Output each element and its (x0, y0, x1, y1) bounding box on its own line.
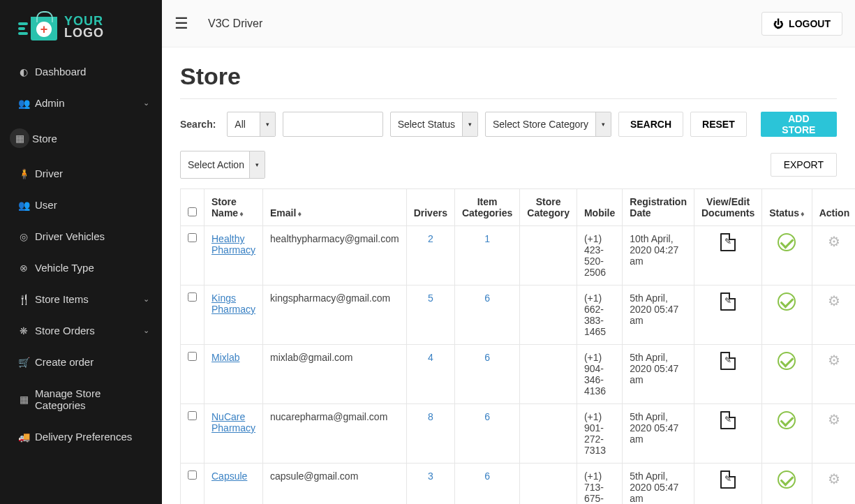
sidebar-item-label: Driver (35, 168, 149, 179)
reg-date-cell: 5th April, 2020 05:47 am (623, 404, 694, 464)
driver-icon: 🧍 (13, 168, 35, 179)
table-row: Capsulecapsule@gmail.com36(+1) 713-675-5… (181, 464, 856, 505)
drivers-link[interactable]: 3 (428, 470, 433, 482)
item-categories-link[interactable]: 1 (484, 233, 490, 244)
status-ok-icon[interactable] (778, 470, 796, 489)
row-checkbox[interactable] (188, 411, 197, 420)
main: ☰ V3C Driver ⏻ LOGOUT Store Search: All▾… (162, 0, 855, 504)
sidebar-item-create-order[interactable]: 🛒Create order (0, 346, 162, 378)
edit-documents-icon[interactable] (720, 233, 736, 251)
item-categories-link[interactable]: 6 (484, 470, 490, 482)
sidebar-item-label: Store Orders (35, 325, 143, 336)
logo[interactable]: + YOUR LOGO (0, 0, 162, 52)
edit-documents-icon[interactable] (720, 292, 736, 311)
drivers-link[interactable]: 2 (428, 233, 433, 244)
sidebar-item-store-items[interactable]: 🍴Store Items⌄ (0, 283, 162, 315)
col-status[interactable]: Status♦ (762, 189, 812, 226)
mobile-cell: (+1) 901-272-7313 (577, 404, 622, 464)
bulk-action-select[interactable]: Select Action▾ (180, 151, 265, 179)
sidebar-item-delivery-preferences[interactable]: 🚚Delivery Preferences (0, 421, 162, 452)
drivers-link[interactable]: 5 (428, 292, 433, 304)
col-store-category: Store Category (520, 189, 577, 226)
sidebar-item-label: User (35, 199, 149, 211)
sidebar-item-vehicle-type[interactable]: ⊗Vehicle Type (0, 252, 162, 283)
add-store-button[interactable]: ADD STORE (761, 112, 837, 137)
categories-icon: ▦ (13, 394, 35, 405)
gear-icon[interactable]: ⚙ (828, 292, 840, 309)
drivers-link[interactable]: 8 (428, 411, 433, 422)
status-ok-icon[interactable] (778, 352, 796, 370)
chevron-down-icon: ⌄ (143, 295, 149, 304)
sidebar-item-driver[interactable]: 🧍Driver (0, 158, 162, 189)
search-label: Search: (180, 119, 216, 130)
sidebar-item-manage-store-categories[interactable]: ▦Manage Store Categories (0, 378, 162, 421)
search-button[interactable]: SEARCH (618, 112, 683, 137)
sidebar-item-store[interactable]: ▦Store (0, 119, 162, 158)
status-select[interactable]: Select Status▾ (390, 112, 478, 137)
sidebar-item-driver-vehicles[interactable]: ◎Driver Vehicles (0, 221, 162, 252)
store-category-cell (520, 404, 577, 464)
sidebar-item-label: Store Items (35, 293, 143, 305)
store-category-cell (520, 226, 577, 286)
select-all-checkbox[interactable] (188, 207, 197, 216)
search-input[interactable] (283, 112, 382, 137)
edit-documents-icon[interactable] (720, 470, 736, 489)
filter-all-select[interactable]: All▾ (227, 112, 276, 137)
logout-button[interactable]: ⏻ LOGOUT (761, 12, 842, 36)
status-ok-icon[interactable] (778, 292, 796, 311)
export-button[interactable]: EXPORT (771, 153, 837, 177)
sidebar: + YOUR LOGO ◐Dashboard👥Admin⌄▦Store🧍Driv… (0, 0, 162, 504)
stores-table: Store Name♦ Email♦ Drivers Item Categori… (180, 188, 855, 504)
store-email: capsule@gmail.com (263, 464, 407, 505)
row-checkbox[interactable] (188, 470, 197, 480)
store-name-link[interactable]: Mixlab (211, 352, 239, 363)
filter-bar: Search: All▾ Select Status▾ Select Store… (180, 112, 837, 137)
store-name-link[interactable]: NuCare Pharmacy (211, 411, 255, 433)
status-ok-icon[interactable] (778, 411, 796, 429)
power-icon: ⏻ (773, 18, 783, 29)
truck-icon: 🚚 (13, 431, 35, 443)
status-ok-icon[interactable] (778, 233, 796, 251)
store-name-link[interactable]: Capsule (211, 470, 247, 482)
action-bar: Select Action▾ EXPORT (180, 151, 837, 179)
sidebar-item-user[interactable]: 👥User (0, 189, 162, 221)
store-email: healthypharmacy@gmail.com (263, 226, 407, 286)
chevron-down-icon: ⌄ (143, 98, 149, 108)
mobile-cell: (+1) 423-520-2506 (577, 226, 622, 286)
gear-icon[interactable]: ⚙ (828, 233, 840, 250)
mobile-cell: (+1) 662-383-1465 (577, 286, 622, 345)
sidebar-item-label: Delivery Preferences (35, 431, 149, 443)
col-store-name[interactable]: Store Name♦ (205, 189, 263, 226)
row-checkbox[interactable] (188, 352, 197, 361)
store-name-link[interactable]: Kings Pharmacy (211, 292, 255, 315)
admin-icon: 👥 (13, 98, 35, 109)
store-icon: ▦ (10, 133, 29, 144)
sidebar-item-dashboard[interactable]: ◐Dashboard (0, 56, 162, 87)
col-reg-date: Registration Date (623, 189, 694, 226)
store-name-link[interactable]: Healthy Pharmacy (211, 233, 255, 255)
edit-documents-icon[interactable] (720, 352, 736, 370)
menu-toggle-icon[interactable]: ☰ (174, 15, 188, 33)
item-categories-link[interactable]: 6 (484, 292, 490, 304)
reset-button[interactable]: RESET (690, 112, 747, 137)
table-row: NuCare Pharmacynucarepharma@gmail.com86(… (181, 404, 856, 464)
row-checkbox[interactable] (188, 233, 197, 242)
gear-icon[interactable]: ⚙ (828, 411, 840, 428)
col-email[interactable]: Email♦ (263, 189, 407, 226)
row-checkbox[interactable] (188, 292, 197, 302)
category-select[interactable]: Select Store Category▾ (485, 112, 611, 137)
sidebar-item-admin[interactable]: 👥Admin⌄ (0, 87, 162, 119)
store-email: kingspharmacy@gmail.com (263, 286, 407, 345)
gear-icon[interactable]: ⚙ (828, 470, 840, 487)
reg-date-cell: 5th April, 2020 05:47 am (623, 464, 694, 505)
item-categories-link[interactable]: 6 (484, 352, 490, 363)
gear-icon[interactable]: ⚙ (828, 352, 840, 369)
edit-documents-icon[interactable] (720, 411, 736, 429)
drivers-link[interactable]: 4 (428, 352, 433, 363)
sidebar-item-label: Vehicle Type (35, 262, 149, 274)
col-item-categories: Item Categories (454, 189, 519, 226)
sidebar-item-store-orders[interactable]: ❋Store Orders⌄ (0, 315, 162, 346)
store-email: nucarepharma@gmail.com (263, 404, 407, 464)
fork-icon: 🍴 (13, 294, 35, 305)
item-categories-link[interactable]: 6 (484, 411, 490, 422)
